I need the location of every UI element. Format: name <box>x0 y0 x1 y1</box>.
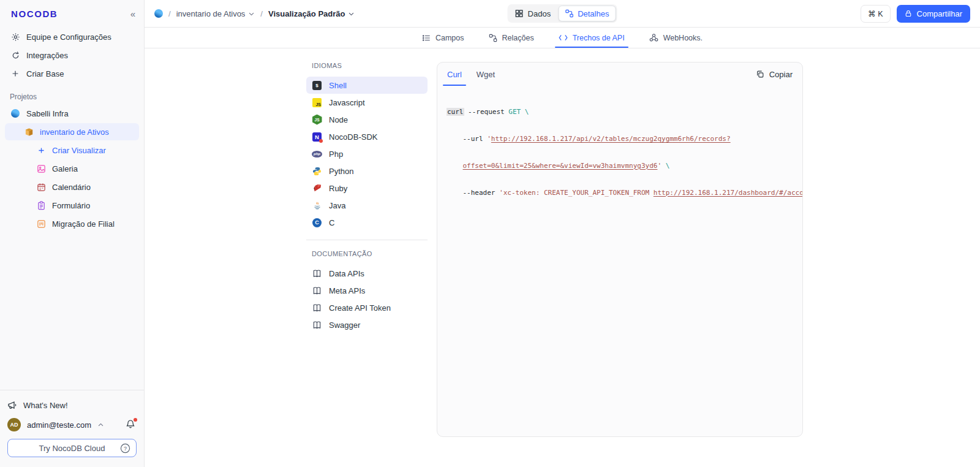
sidebar-create-view[interactable]: Criar Visualizar <box>5 142 139 159</box>
code-block[interactable]: curl --request GET \ --url 'http://192.1… <box>437 86 802 219</box>
breadcrumb-separator: / <box>260 9 263 18</box>
app-root: NOCODB « Equipe e Configurações Integraç… <box>0 0 980 467</box>
main-area: / inventario de Ativos / Visualização Pa… <box>145 0 980 467</box>
language-nocodb-sdk[interactable]: N NocoDB-SDK <box>306 128 428 145</box>
book-icon <box>312 268 322 279</box>
language-label: Python <box>329 167 353 176</box>
command-k-button[interactable]: ⌘ K <box>861 5 890 23</box>
notification-dot <box>134 418 137 422</box>
sidebar-item-integrations[interactable]: Integrações <box>5 47 139 64</box>
python-icon <box>312 166 322 177</box>
tab-webhooks-label: WebHooks. <box>663 34 703 42</box>
copy-icon <box>756 70 764 78</box>
tab-campos-label: Campos <box>435 34 464 42</box>
top-bar: / inventario de Ativos / Visualização Pa… <box>145 0 980 28</box>
sidebar-collapse-button[interactable]: « <box>130 9 135 19</box>
nocodb-logo: NOCODB <box>11 9 58 19</box>
chevron-down-icon <box>248 10 255 17</box>
nocodb-sdk-icon: N <box>312 132 322 142</box>
doc-meta-apis[interactable]: Meta APIs <box>306 282 428 299</box>
language-node[interactable]: JS Node <box>306 111 428 128</box>
chevron-down-icon <box>348 10 355 17</box>
language-label: Java <box>329 201 345 210</box>
mode-switcher: Dados Detalhes <box>508 4 617 23</box>
calendar-icon <box>36 182 46 192</box>
code-line: --url 'http://192.168.1.217/api/v2/table… <box>447 135 793 144</box>
tab-relacoes[interactable]: Relações <box>489 28 534 48</box>
plus-icon <box>10 69 20 78</box>
language-label: Node <box>329 115 348 124</box>
sidebar-base-inventario[interactable]: inventario de Ativos <box>5 123 139 140</box>
doc-swagger[interactable]: Swagger <box>306 316 428 333</box>
doc-label: Swagger <box>329 321 360 330</box>
workspace-sphere-icon <box>10 108 20 118</box>
try-nocodb-cloud-button[interactable]: Try NocoDB Cloud ? <box>7 439 137 457</box>
book-icon <box>312 286 322 296</box>
share-button[interactable]: Compartilhar <box>897 5 970 23</box>
javascript-icon: JS <box>312 97 322 108</box>
breadcrumb-view[interactable]: Visualização Padrão <box>268 9 355 18</box>
gear-icon <box>10 32 20 42</box>
doc-label: Data APIs <box>329 269 364 278</box>
sidebar-bottom: What's New! AD admin@teste.com Try NocoD… <box>0 390 144 467</box>
copy-button[interactable]: Copiar <box>756 70 793 79</box>
whats-new-link[interactable]: What's New! <box>7 397 137 413</box>
tab-webhooks[interactable]: WebHooks. <box>649 28 703 48</box>
language-label: Javascript <box>329 98 365 107</box>
breadcrumb-view-label: Visualização Padrão <box>268 9 345 18</box>
grid-icon <box>515 9 524 18</box>
language-label: C <box>329 218 334 227</box>
sidebar-view-migracao[interactable]: Migração de Filial <box>5 215 139 232</box>
shortcut-label: ⌘ K <box>868 9 883 18</box>
view-label: Galeria <box>52 164 78 173</box>
sidebar-workspace-sabelli-infra[interactable]: Sabelli Infra <box>5 105 139 122</box>
language-java[interactable]: Java <box>306 197 428 214</box>
tab-curl[interactable]: Curl <box>447 63 462 86</box>
tab-detalhes-label: Detalhes <box>578 9 609 18</box>
doc-create-api-token[interactable]: Create API Token <box>306 299 428 316</box>
tab-dados[interactable]: Dados <box>509 6 557 21</box>
sidebar-view-calendario[interactable]: Calendário <box>5 178 139 196</box>
webhook-icon <box>649 33 658 42</box>
language-ruby[interactable]: Ruby <box>306 180 428 197</box>
doc-data-apis[interactable]: Data APIs <box>306 265 428 282</box>
breadcrumb-base[interactable]: inventario de Ativos <box>176 9 255 18</box>
tab-detalhes[interactable]: Detalhes <box>558 6 616 21</box>
account-row[interactable]: AD admin@teste.com <box>7 417 137 433</box>
tab-campos[interactable]: Campos <box>422 28 464 48</box>
tab-trechos-api[interactable]: Trechos de API <box>559 28 625 48</box>
language-c[interactable]: C C <box>306 214 428 231</box>
sidebar-item-label: Equipe e Configurações <box>26 32 111 42</box>
sidebar-view-formulario[interactable]: Formulário <box>5 197 139 214</box>
tab-curl-label: Curl <box>447 70 462 79</box>
tab-wget[interactable]: Wget <box>477 63 495 86</box>
fields-list-icon <box>422 34 431 42</box>
sidebar-item-label: Criar Base <box>26 69 64 78</box>
view-label: Formulário <box>52 201 90 210</box>
notifications-bell-button[interactable] <box>126 419 137 430</box>
sidebar-item-label: Integrações <box>26 51 68 60</box>
help-question-icon[interactable]: ? <box>120 443 130 454</box>
shell-icon: $ <box>312 80 322 91</box>
top-bar-actions: ⌘ K Compartilhar <box>861 5 970 23</box>
sidebar-view-galeria[interactable]: Galeria <box>5 160 139 177</box>
ruby-icon <box>312 183 322 194</box>
language-label: Php <box>329 150 343 159</box>
language-php[interactable]: php Php <box>306 145 428 162</box>
language-javascript[interactable]: JS Javascript <box>306 94 428 111</box>
breadcrumb-base-label: inventario de Ativos <box>176 9 246 18</box>
base-sphere-icon <box>154 9 163 18</box>
language-label: Ruby <box>329 184 347 193</box>
language-label: Shell <box>329 81 347 90</box>
language-python[interactable]: Python <box>306 162 428 180</box>
view-label: Migração de Filial <box>52 219 115 229</box>
sidebar-spacer <box>0 233 144 390</box>
copy-label: Copiar <box>769 70 793 79</box>
whats-new-label: What's New! <box>23 401 68 410</box>
language-shell[interactable]: $ Shell <box>306 77 428 94</box>
try-cloud-label: Try NocoDB Cloud <box>39 444 105 453</box>
relations-icon <box>489 34 497 42</box>
snippet-panel: Curl Wget Copiar curl --request GET \ --… <box>437 62 803 437</box>
sidebar-item-create-base[interactable]: Criar Base <box>5 65 139 82</box>
sidebar-item-team-settings[interactable]: Equipe e Configurações <box>5 28 139 45</box>
